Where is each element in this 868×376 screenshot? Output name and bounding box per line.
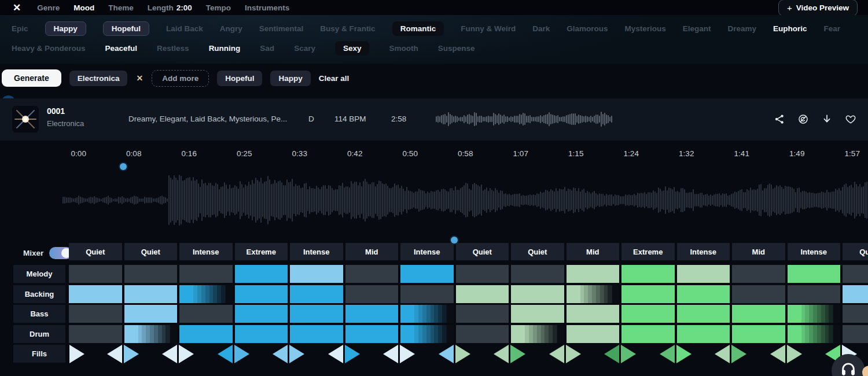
mood-tag-dreamy[interactable]: Dreamy: [728, 21, 757, 36]
mixer-row-label-fills[interactable]: Fills: [13, 345, 65, 363]
share-icon[interactable]: [774, 113, 785, 125]
energy-header-12[interactable]: Intense: [677, 243, 730, 260]
mixer-cell-backing-8[interactable]: [456, 285, 509, 303]
energy-header-13[interactable]: Mid: [732, 243, 785, 260]
energy-header-2[interactable]: Quiet: [124, 243, 178, 260]
mixer-cell-backing-11[interactable]: [621, 285, 675, 303]
mixer-cell-melody-11[interactable]: [621, 265, 675, 283]
mood-tag-peaceful[interactable]: Peaceful: [105, 41, 138, 56]
mixer-cell-bass-1[interactable]: [69, 305, 122, 323]
mixer-cell-melody-14[interactable]: [788, 265, 841, 283]
mixer-cell-melody-8[interactable]: [456, 265, 509, 283]
mixer-cell-backing-1[interactable]: [69, 285, 122, 303]
mood-tag-mysterious[interactable]: Mysterious: [624, 21, 665, 36]
mixer-row-label-drum[interactable]: Drum: [13, 325, 65, 343]
mood-tag-dark[interactable]: Dark: [532, 21, 550, 36]
fill-triangle-left[interactable]: [273, 345, 288, 363]
nav-item-theme[interactable]: Theme: [108, 3, 134, 12]
energy-header-4[interactable]: Extreme: [235, 243, 288, 260]
heart-icon[interactable]: [845, 113, 856, 125]
mixer-cell-backing-15[interactable]: [843, 285, 868, 303]
mixer-cell-melody-4[interactable]: [235, 265, 288, 283]
energy-header-1[interactable]: Quiet: [69, 243, 122, 260]
energy-header-15[interactable]: Quiet: [843, 243, 868, 260]
mixer-cell-backing-7[interactable]: [400, 285, 454, 303]
clear-all-button[interactable]: Clear all: [319, 74, 350, 83]
track-waveform[interactable]: [436, 108, 613, 131]
fill-triangle-left[interactable]: [549, 345, 564, 363]
mood-tag-restless[interactable]: Restless: [157, 41, 189, 56]
mixer-cell-drum-5[interactable]: [290, 325, 343, 343]
mixer-cell-bass-12[interactable]: [677, 305, 730, 323]
mood-tag-euphoric[interactable]: Euphoric: [773, 21, 807, 36]
fill-triangle-right[interactable]: [455, 345, 470, 363]
mood-tag-happy[interactable]: Happy: [45, 21, 86, 36]
fill-triangle-right[interactable]: [731, 345, 746, 363]
mood-tag-hopeful[interactable]: Hopeful: [103, 21, 149, 36]
mixer-cell-bass-10[interactable]: [567, 305, 620, 323]
fill-triangle-right[interactable]: [69, 345, 84, 363]
mood-tag-selected-happy[interactable]: Happy: [270, 71, 310, 86]
mood-tag-scary[interactable]: Scary: [294, 41, 315, 56]
fill-triangle-right[interactable]: [289, 345, 304, 363]
mixer-cell-melody-12[interactable]: [677, 265, 730, 283]
mixer-cell-backing-3[interactable]: [179, 285, 233, 303]
no-copyright-icon[interactable]: [797, 113, 809, 125]
mixer-cell-backing-6[interactable]: [345, 285, 399, 303]
mixer-cell-backing-14[interactable]: [788, 285, 841, 303]
fill-triangle-left[interactable]: [715, 345, 730, 363]
mood-tag-glamorous[interactable]: Glamorous: [567, 21, 608, 36]
mixer-cell-bass-7[interactable]: [400, 305, 454, 323]
nav-item-length[interactable]: Length2:00: [148, 3, 192, 12]
mixer-cell-backing-9[interactable]: [511, 285, 564, 303]
mixer-cell-melody-3[interactable]: [179, 265, 233, 283]
mixer-cell-bass-2[interactable]: [124, 305, 178, 323]
fill-triangle-right[interactable]: [510, 345, 525, 363]
add-more-button[interactable]: Add more: [152, 70, 209, 87]
mixer-cell-drum-8[interactable]: [456, 325, 509, 343]
mixer-cell-bass-6[interactable]: [345, 305, 399, 323]
fill-triangle-right[interactable]: [566, 345, 581, 363]
fill-triangle-left[interactable]: [218, 345, 233, 363]
fill-triangle-right[interactable]: [234, 345, 249, 363]
fill-triangle-left[interactable]: [660, 345, 675, 363]
fill-triangle-right[interactable]: [400, 345, 415, 363]
fill-triangle-left[interactable]: [162, 345, 177, 363]
mood-tag-suspense[interactable]: Suspense: [438, 41, 475, 56]
generate-button[interactable]: Generate: [2, 69, 61, 87]
fill-triangle-left[interactable]: [439, 345, 454, 363]
mixer-cell-bass-9[interactable]: [511, 305, 564, 323]
mixer-cell-bass-3[interactable]: [179, 305, 233, 323]
mixer-cell-drum-14[interactable]: [788, 325, 841, 343]
genre-tag[interactable]: Electronica: [69, 71, 128, 86]
nav-item-genre[interactable]: Genre: [37, 3, 60, 12]
close-icon[interactable]: ✕: [13, 3, 21, 13]
mixer-cell-bass-4[interactable]: [235, 305, 288, 323]
nav-item-tempo[interactable]: Tempo: [206, 3, 231, 12]
energy-header-5[interactable]: Intense: [290, 243, 343, 260]
remove-genre-icon[interactable]: ✕: [136, 73, 143, 83]
mixer-cell-melody-9[interactable]: [511, 265, 564, 283]
video-preview-button[interactable]: + Video Preview: [778, 0, 858, 16]
fill-triangle-right[interactable]: [345, 345, 360, 363]
mood-tag-funny-weird[interactable]: Funny & Weird: [461, 21, 516, 36]
nav-item-mood[interactable]: Mood: [73, 3, 94, 12]
mood-tag-angry[interactable]: Angry: [220, 21, 242, 36]
energy-header-3[interactable]: Intense: [179, 243, 233, 260]
mixer-cell-bass-11[interactable]: [621, 305, 675, 323]
section-marker-start[interactable]: [120, 163, 127, 170]
fill-triangle-left[interactable]: [383, 345, 398, 363]
fill-triangle-right[interactable]: [787, 345, 802, 363]
energy-header-10[interactable]: Mid: [567, 243, 620, 260]
fill-triangle-left[interactable]: [494, 345, 509, 363]
mixer-cell-backing-13[interactable]: [732, 285, 785, 303]
mixer-cell-bass-5[interactable]: [290, 305, 343, 323]
mixer-cell-melody-5[interactable]: [290, 265, 343, 283]
mixer-cell-backing-12[interactable]: [677, 285, 730, 303]
mixer-cell-melody-13[interactable]: [732, 265, 785, 283]
fill-triangle-left[interactable]: [770, 345, 785, 363]
section-marker-end[interactable]: [451, 237, 458, 244]
mood-tag-epic[interactable]: Epic: [12, 21, 28, 36]
mixer-cell-backing-4[interactable]: [235, 285, 288, 303]
energy-header-7[interactable]: Intense: [400, 243, 454, 260]
